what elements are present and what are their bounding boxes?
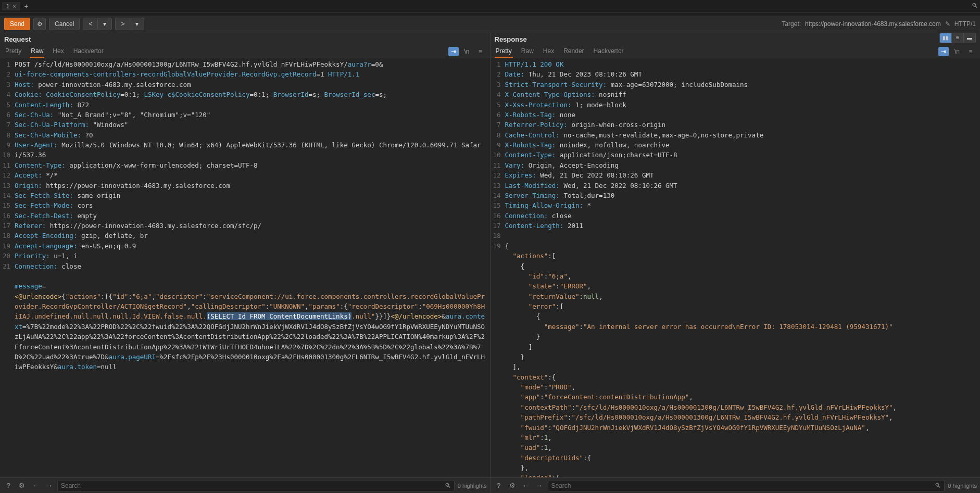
tab-item[interactable]: 1 × [2, 2, 20, 10]
response-editor[interactable]: 12345678910111213141516171819 HTTP/1.1 2… [491, 58, 981, 477]
view-single-icon[interactable]: ▬ [964, 33, 975, 43]
gear-icon[interactable]: ⚙ [17, 481, 27, 491]
prev-group: < ▾ [83, 18, 112, 30]
highlights-text: 0 highlights [458, 483, 487, 489]
cancel-button[interactable]: Cancel [49, 18, 80, 30]
response-title: Response [491, 32, 940, 43]
gear-icon[interactable]: ⚙ [33, 18, 46, 30]
help-icon[interactable]: ? [3, 481, 14, 491]
search-input[interactable] [551, 482, 935, 489]
help-icon[interactable]: ? [494, 481, 504, 491]
send-button[interactable]: Send [4, 18, 30, 30]
pane-tab-pretty[interactable]: Pretty [4, 45, 22, 58]
pane-tab-hackvertor[interactable]: Hackvertor [593, 45, 625, 58]
format-icon[interactable]: ⇥ [448, 47, 459, 56]
search-icon[interactable]: 🔍︎ [935, 482, 941, 489]
target-value: https://power-innovation-4683.my.salesfo… [805, 20, 941, 28]
prev-button[interactable]: < [83, 18, 97, 30]
target-label: Target: [782, 20, 801, 28]
pane-tab-raw[interactable]: Raw [520, 45, 535, 58]
request-title: Request [0, 32, 490, 43]
search-box: 🔍︎ [548, 480, 945, 491]
proto-label[interactable]: HTTP/1 [954, 20, 976, 28]
pane-tab-hex[interactable]: Hex [542, 45, 555, 58]
menu-icon[interactable]: ≡ [475, 47, 486, 56]
response-tabs: PrettyRawHexRenderHackvertor ⇥ \n ≡ [491, 43, 981, 58]
pencil-icon[interactable]: ✎ [945, 20, 950, 28]
next-button[interactable]: > [115, 18, 130, 30]
arrow-right-icon[interactable]: → [44, 481, 54, 491]
search-input[interactable] [61, 482, 445, 489]
search-icon-top[interactable]: 🔍︎ [972, 2, 978, 9]
highlights-text: 0 highlights [948, 483, 977, 489]
prev-dropdown[interactable]: ▾ [97, 18, 112, 30]
pane-tab-hackvertor[interactable]: Hackvertor [72, 45, 105, 58]
request-footer: ? ⚙ ← → 🔍︎ 0 highlights [0, 477, 490, 493]
request-tabs: PrettyRawHexHackvertor ⇥ \n ≡ [0, 43, 490, 58]
request-editor[interactable]: 123456789101112131415161718192021 POST /… [0, 58, 490, 477]
next-dropdown[interactable]: ▾ [130, 18, 144, 30]
search-box: 🔍︎ [57, 480, 455, 491]
pane-tab-raw[interactable]: Raw [30, 45, 44, 58]
next-group: > ▾ [115, 18, 144, 30]
response-pane: Response ▮▮ ≡ ▬ PrettyRawHexRenderHackve… [491, 32, 981, 493]
response-footer: ? ⚙ ← → 🔍︎ 0 highlights [491, 477, 981, 493]
pane-tab-pretty[interactable]: Pretty [495, 45, 513, 58]
view-mode-group: ▮▮ ≡ ▬ [939, 33, 976, 43]
request-pane: Request PrettyRawHexHackvertor ⇥ \n ≡ 12… [0, 32, 491, 493]
toolbar: Send ⚙ Cancel < ▾ > ▾ Target: https://po… [0, 16, 980, 32]
tabs-bar: 1 × + 🔍︎ [0, 0, 980, 12]
close-icon[interactable]: × [12, 3, 16, 9]
newline-icon[interactable]: \n [952, 47, 962, 56]
view-rows-icon[interactable]: ≡ [952, 33, 963, 43]
menu-icon[interactable]: ≡ [965, 47, 976, 56]
new-tab-button[interactable]: + [20, 2, 33, 10]
main-area: Request PrettyRawHexHackvertor ⇥ \n ≡ 12… [0, 32, 980, 493]
format-icon[interactable]: ⇥ [938, 47, 949, 56]
arrow-left-icon[interactable]: ← [30, 481, 41, 491]
gear-icon[interactable]: ⚙ [507, 481, 518, 491]
arrow-right-icon[interactable]: → [534, 481, 545, 491]
newline-icon[interactable]: \n [462, 47, 472, 56]
pane-tab-render[interactable]: Render [562, 45, 585, 58]
search-icon[interactable]: 🔍︎ [445, 482, 451, 489]
view-columns-icon[interactable]: ▮▮ [940, 33, 951, 43]
arrow-left-icon[interactable]: ← [521, 481, 531, 491]
pane-tab-hex[interactable]: Hex [52, 45, 65, 58]
tab-label: 1 [6, 3, 9, 9]
